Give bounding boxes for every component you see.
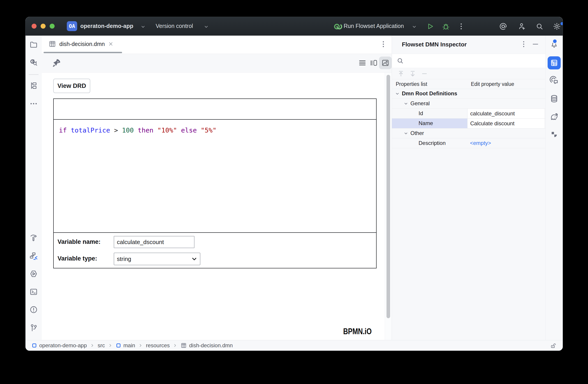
variable-name-label: Variable name:	[58, 238, 101, 245]
hide-panel-button[interactable]	[531, 40, 540, 48]
chevron-down-icon[interactable]	[404, 131, 408, 136]
vcs-tool-button[interactable]	[29, 323, 39, 333]
tree-row-other[interactable]: Other	[392, 128, 546, 138]
tree-row-name[interactable]: Name Calculate discount	[392, 118, 546, 128]
ellipsis-icon	[29, 99, 38, 108]
tree-row-dmn-root-definitions[interactable]: Dmn Root Definitions	[392, 89, 546, 99]
breadcrumb-label: operaton-demo-app	[39, 342, 87, 349]
project-badge[interactable]: OA	[67, 21, 77, 31]
run-configuration-selector[interactable]: Run Flowset Application	[344, 23, 404, 29]
variable-name-input[interactable]	[114, 236, 194, 248]
profiler-tool-button[interactable]	[549, 76, 559, 85]
left-tool-stripe	[25, 36, 42, 340]
dmn-inspector-tool-button[interactable]	[548, 56, 561, 69]
breadcrumbs: operaton-demo-app src main resources	[32, 340, 233, 351]
property-value-description-empty[interactable]: <empty>	[470, 140, 491, 146]
tab-label: dish-decision.dmn	[59, 41, 105, 47]
close-window-button[interactable]	[32, 24, 37, 29]
right-tool-stripe	[545, 36, 563, 340]
feel-expression[interactable]: if totalPrice > 100 then "10%" else "5%"	[54, 120, 376, 239]
editor-scrollbar-thumb[interactable]	[386, 75, 390, 318]
problems-tool-button[interactable]	[29, 305, 39, 315]
screen: OA operaton-demo-app Version control Run…	[0, 0, 588, 384]
minimize-window-button[interactable]	[41, 24, 45, 29]
move-up-icon[interactable]	[397, 70, 405, 78]
more-actions-button[interactable]	[457, 22, 465, 30]
chevron-down-icon[interactable]	[395, 92, 399, 96]
zoom-window-button[interactable]	[50, 24, 55, 29]
search-icon	[397, 57, 405, 65]
debug-button[interactable]	[442, 22, 450, 30]
flowset-search-tool-button[interactable]	[29, 57, 39, 67]
breadcrumb-resources[interactable]: resources	[146, 342, 170, 349]
breadcrumb-main[interactable]: main	[116, 342, 135, 349]
version-control-menu[interactable]: Version control	[156, 23, 193, 29]
bpmn-io-watermark[interactable]: BPMN.iO	[343, 327, 372, 336]
tab-options-button[interactable]	[379, 40, 387, 48]
view-mode-split-button[interactable]	[367, 57, 380, 69]
expression-token: "5%"	[201, 126, 217, 134]
more-tool-windows-button[interactable]	[29, 99, 39, 109]
inspector-column-headers: Properties list Edit property value	[392, 79, 546, 89]
close-tab-icon[interactable]	[108, 41, 113, 47]
terminal-tool-button[interactable]	[29, 287, 39, 297]
ai-assistant-button[interactable]	[499, 22, 507, 30]
chevron-down-icon	[412, 24, 417, 29]
title-bar: OA operaton-demo-app Version control Run…	[25, 17, 563, 36]
expression-token: 100	[122, 126, 138, 134]
dependencies-tool-button[interactable]	[29, 251, 39, 261]
variable-type-select[interactable]: string	[114, 253, 200, 265]
property-value-name[interactable]: Calculate discount	[467, 118, 545, 128]
structure-tool-button[interactable]	[29, 81, 39, 91]
build-tool-button[interactable]	[29, 233, 39, 243]
database-icon	[550, 94, 559, 103]
split-view-icon	[369, 58, 378, 67]
expression-token: >	[114, 126, 122, 134]
variable-type-label: Variable type:	[58, 255, 97, 262]
breadcrumb-project[interactable]: operaton-demo-app	[32, 342, 87, 349]
remove-icon[interactable]	[420, 70, 428, 78]
breadcrumb-label: resources	[146, 342, 170, 349]
tree-row-description[interactable]: Description <empty>	[392, 138, 546, 148]
dmn-table-icon	[48, 40, 56, 48]
project-tool-button[interactable]	[29, 40, 39, 50]
folder-icon	[29, 40, 38, 49]
tree-row-id[interactable]: Id calculate_discount	[392, 109, 546, 118]
project-name[interactable]: operaton-demo-app	[80, 23, 133, 29]
view-mode-preview-button[interactable]	[379, 57, 392, 69]
editor-area: dish-decision.dmn	[42, 36, 392, 340]
tree-row-label: General	[410, 100, 430, 107]
services-tool-button[interactable]	[29, 269, 39, 279]
decision-header-band[interactable]	[54, 99, 376, 120]
tree-row-general[interactable]: General	[392, 99, 546, 109]
run-button[interactable]	[426, 22, 434, 30]
database-tool-button[interactable]	[549, 94, 559, 104]
breadcrumb-file[interactable]: dish-decision.dmn	[181, 342, 233, 349]
view-mode-editor-button[interactable]	[356, 57, 369, 69]
editor-scrollbar-track[interactable]	[385, 73, 392, 340]
inspector-toolbar	[392, 68, 546, 79]
breadcrumb-src[interactable]: src	[98, 342, 105, 349]
structure-icon	[29, 81, 38, 90]
dmn-table-icon	[181, 342, 187, 349]
gradle-tool-button[interactable]	[549, 112, 559, 122]
preview-view-icon	[381, 58, 390, 67]
move-down-icon[interactable]	[409, 70, 417, 78]
column-edit-property-value: Edit property value	[471, 81, 514, 87]
unlock-icon[interactable]	[550, 342, 556, 349]
tab-dish-decision[interactable]: dish-decision.dmn	[43, 36, 117, 52]
column-properties-list: Properties list	[396, 81, 427, 87]
plugin-tool-button[interactable]	[549, 130, 559, 140]
search-everywhere-button[interactable]	[535, 22, 544, 30]
inspector-search-field[interactable]	[392, 54, 546, 68]
radar-chat-icon	[549, 76, 559, 85]
property-value-id[interactable]: calculate_discount	[467, 108, 545, 118]
expression-token: "10%"	[157, 126, 181, 134]
chevron-down-icon[interactable]	[404, 101, 408, 106]
view-drd-button[interactable]: View DRD	[53, 79, 90, 93]
tree-row-label: Name	[419, 120, 433, 126]
notifications-tool-button[interactable]	[549, 39, 559, 49]
add-user-button[interactable]	[518, 22, 526, 30]
inspector-options-button[interactable]	[520, 40, 528, 48]
rocket-icon[interactable]	[52, 58, 62, 68]
